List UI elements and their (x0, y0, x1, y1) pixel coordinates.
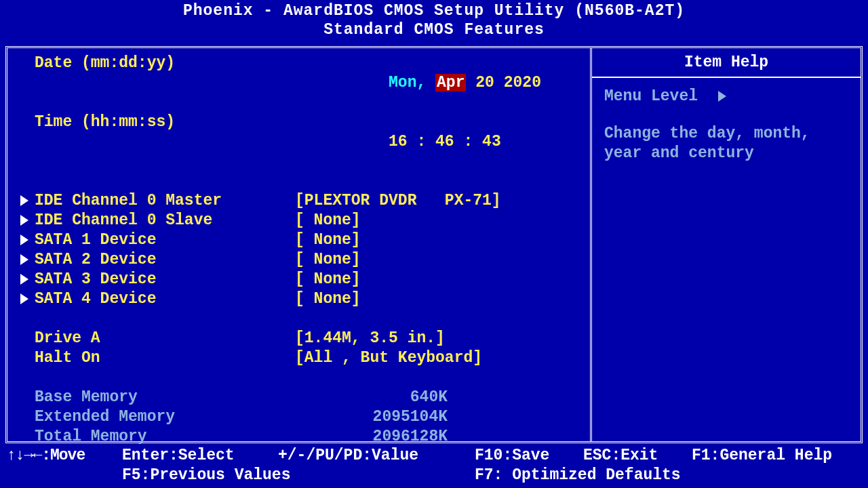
ide0-slave-label: IDE Channel 0 Slave (35, 211, 295, 230)
sata1-label: SATA 1 Device (35, 230, 295, 250)
ide0-master-row[interactable]: IDE Channel 0 Master [PLEXTOR DVDR PX-71… (14, 191, 583, 211)
time-mm[interactable]: 46 (435, 133, 454, 150)
hint-select: Enter:Select (122, 446, 278, 466)
drive-a-row[interactable]: Drive A [1.44M, 3.5 in.] (14, 329, 583, 348)
date-month-selected[interactable]: Apr (435, 74, 466, 92)
sata2-value[interactable]: [ None] (295, 250, 583, 270)
menu-level-label: Menu Level (604, 87, 698, 105)
date-year[interactable]: 2020 (504, 74, 541, 92)
submenu-icon (718, 91, 726, 102)
hint-save: F10:Save (475, 446, 583, 466)
sata1-row[interactable]: SATA 1 Device [ None] (14, 230, 583, 250)
title-line-1: Phoenix - AwardBIOS CMOS Setup Utility (… (0, 1, 868, 20)
base-memory-value: 640K (295, 388, 583, 407)
sata4-label: SATA 4 Device (35, 289, 295, 309)
content-box: Date (mm:dd:yy) Mon, Apr 20 2020 Time (h… (5, 46, 863, 443)
help-title: Item Help (592, 48, 861, 78)
sata2-row[interactable]: SATA 2 Device [ None] (14, 250, 583, 270)
drive-a-value[interactable]: [1.44M, 3.5 in.] (295, 329, 583, 348)
footer-hints: ↑↓→←:Move Enter:Select +/-/PU/PD:Value F… (0, 446, 868, 488)
submenu-icon (20, 195, 28, 206)
total-memory-value: 2096128K (295, 427, 583, 447)
time-value[interactable]: 16 : 46 : 43 (295, 113, 583, 171)
main-panel: Date (mm:dd:yy) Mon, Apr 20 2020 Time (h… (7, 48, 592, 441)
hint-exit: ESC:Exit (583, 446, 692, 466)
date-weekday: Mon, (389, 74, 426, 92)
sata3-row[interactable]: SATA 3 Device [ None] (14, 270, 583, 289)
hint-value: +/-/PU/PD:Value (278, 446, 475, 466)
ide0-master-label: IDE Channel 0 Master (35, 191, 295, 211)
time-row[interactable]: Time (hh:mm:ss) 16 : 46 : 43 (14, 113, 583, 171)
sata1-value[interactable]: [ None] (295, 230, 583, 250)
extended-memory-value: 2095104K (295, 407, 583, 427)
help-text: Change the day, month, year and century (604, 124, 848, 163)
date-value[interactable]: Mon, Apr 20 2020 (295, 54, 583, 113)
submenu-icon (20, 274, 28, 285)
date-row[interactable]: Date (mm:dd:yy) Mon, Apr 20 2020 (14, 54, 583, 113)
ide0-slave-value[interactable]: [ None] (295, 211, 583, 230)
hint-move: ↑↓→←:Move (7, 446, 122, 466)
sata3-value[interactable]: [ None] (295, 270, 583, 289)
total-memory-label: Total Memory (35, 427, 295, 447)
submenu-icon (20, 293, 28, 304)
sata4-value[interactable]: [ None] (295, 289, 583, 309)
time-ss[interactable]: 43 (482, 133, 501, 150)
halt-on-row[interactable]: Halt On [All , But Keyboard] (14, 348, 583, 368)
base-memory-label: Base Memory (35, 388, 295, 407)
time-label: Time (hh:mm:ss) (35, 113, 295, 171)
sata2-label: SATA 2 Device (35, 250, 295, 270)
hint-general-help: F1:General Help (692, 446, 832, 466)
date-day[interactable]: 20 (475, 74, 494, 92)
extended-memory-row: Extended Memory 2095104K (14, 407, 583, 427)
time-hh[interactable]: 16 (389, 133, 408, 150)
extended-memory-label: Extended Memory (35, 407, 295, 427)
hint-previous-values: F5:Previous Values (122, 466, 475, 485)
date-label: Date (mm:dd:yy) (35, 54, 295, 113)
ide0-master-value[interactable]: [PLEXTOR DVDR PX-71] (295, 191, 583, 211)
base-memory-row: Base Memory 640K (14, 388, 583, 407)
sata4-row[interactable]: SATA 4 Device [ None] (14, 289, 583, 309)
hint-optimized-defaults: F7: Optimized Defaults (475, 466, 681, 485)
drive-a-label: Drive A (35, 329, 295, 348)
halt-on-value[interactable]: [All , But Keyboard] (295, 348, 583, 368)
help-panel: Item Help Menu Level Change the day, mon… (592, 48, 861, 441)
title-line-2: Standard CMOS Features (0, 20, 868, 39)
submenu-icon (20, 254, 28, 265)
submenu-icon (20, 235, 28, 245)
ide0-slave-row[interactable]: IDE Channel 0 Slave [ None] (14, 211, 583, 230)
total-memory-row: Total Memory 2096128K (14, 427, 583, 447)
halt-on-label: Halt On (35, 348, 295, 368)
sata3-label: SATA 3 Device (35, 270, 295, 289)
bios-title: Phoenix - AwardBIOS CMOS Setup Utility (… (0, 0, 868, 39)
menu-level-row: Menu Level (604, 87, 848, 105)
submenu-icon (20, 215, 28, 226)
